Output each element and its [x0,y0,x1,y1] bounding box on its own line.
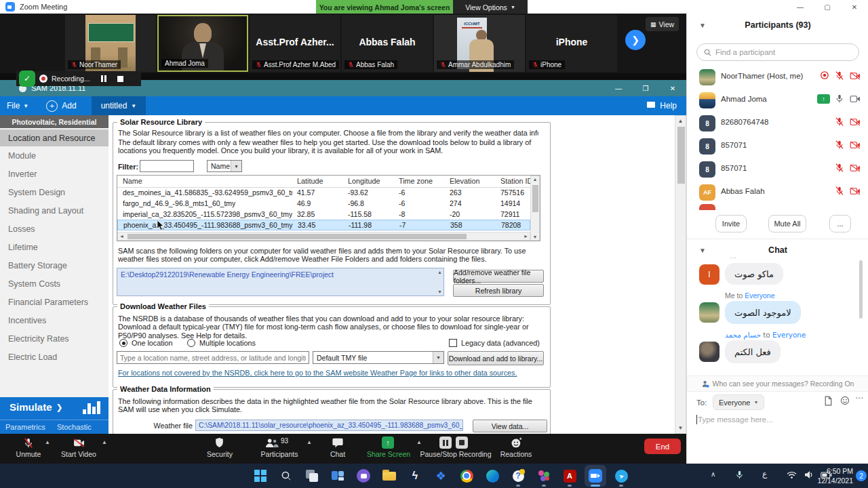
chat-scrollbar[interactable] [859,260,863,319]
edge-icon[interactable] [484,468,500,484]
help-button[interactable]: Help [647,101,677,110]
minimize-icon[interactable]: — [787,0,814,14]
sidebar-item-location-and-resource[interactable]: Location and Resource [0,129,108,146]
sam-minimize-icon[interactable]: — [605,81,632,95]
table-header-row[interactable]: Name Latitude Longitude Time zone Elevat… [117,176,540,188]
project-tab-untitled[interactable]: untitled▼ [92,96,146,115]
video-options-chevron[interactable]: ▲ [102,439,107,445]
video-tile-iphone[interactable]: iPhone iPhone [526,15,617,72]
sidebar-item-electricity-rates[interactable]: Electricity Rates [0,330,108,347]
table-row[interactable]: des_moines_ia_41.586835_-93.624959_psmv3… [117,187,530,198]
lightning-app-icon[interactable]: ϟ [407,468,423,484]
sidebar-item-module[interactable]: Module [0,147,108,164]
table-hscrollbar[interactable]: ◄ ► [117,232,530,241]
pause-recording-icon[interactable] [439,436,452,449]
file-attach-icon[interactable] [824,396,833,406]
video-off-icon[interactable] [850,187,861,195]
wifi-icon[interactable] [787,471,797,479]
telegram-icon[interactable]: ➤ [613,468,629,484]
video-on-icon[interactable] [850,95,861,103]
pause-stop-recording-button[interactable]: Pause/Stop Recording [415,434,496,464]
video-tile-abbas[interactable]: Abbas Falah Abbas Falah [342,15,433,72]
zoom-taskbar-icon[interactable] [587,468,604,484]
mute-all-button[interactable]: Mute All [768,215,806,232]
share-screen-button[interactable]: ↑ Share Screen [362,434,415,464]
colorful-app-icon[interactable] [536,468,552,484]
sidebar-item-electric-load[interactable]: Electric Load [0,348,108,365]
view-button[interactable]: ▦ View [646,17,679,31]
find-participant-search[interactable]: Find a participant [696,43,859,61]
search-icon[interactable] [278,468,294,484]
sidebar-item-incentives[interactable]: Incentives [0,312,108,329]
start-video-button[interactable]: Start Video [57,434,100,464]
pause-recording-button[interactable] [101,75,106,82]
maximize-icon[interactable]: ▢ [814,0,841,14]
recipient-select[interactable]: Everyone▼ [713,394,764,410]
video-off-icon[interactable] [850,164,861,172]
sam-close-icon[interactable]: ✕ [659,81,686,95]
video-tile-ahmad-joma[interactable]: Ahmad Joma [157,15,248,72]
mic-muted-icon[interactable] [835,117,844,127]
clock[interactable]: 6:50 PM 12/14/2021 [799,466,853,485]
chat-input[interactable]: Type message here... [696,415,773,424]
stochastic-button[interactable]: Stochastic [57,423,92,431]
end-meeting-button[interactable]: End [644,439,681,454]
table-row[interactable]: fargo_nd_46.9_-96.8_mts1_60_tmy 46.9 -96… [117,198,530,209]
mic-icon[interactable] [835,94,844,104]
chat-more-icon[interactable]: ⋯ [855,393,864,403]
add-button[interactable]: + Add [46,100,76,112]
video-off-icon[interactable] [850,72,861,80]
close-icon[interactable]: ✕ [841,0,868,14]
mic-muted-icon[interactable] [835,163,844,173]
table-row-selected[interactable]: phoenix_az_33.450495_-111.983688_psmv3_6… [117,220,530,230]
table-vscrollbar[interactable]: ▲ ▼ [530,176,540,241]
mic-muted-icon[interactable] [835,140,844,150]
video-tile-azher[interactable]: Asst.Prof Azher... Asst.Prof Azher M.Abe… [250,15,340,72]
widgets-icon[interactable] [330,468,346,484]
file-type-select[interactable]: Default TMY file▼ [313,351,444,364]
file-explorer-icon[interactable] [381,468,397,484]
mic-muted-icon[interactable] [835,70,844,81]
participants-more-button[interactable]: ... [829,215,851,232]
video-off-icon[interactable] [850,118,861,126]
participant-row-noorthamer[interactable]: NoorThamer (Host, me) [687,66,868,89]
chat-button[interactable]: Chat [321,434,354,464]
invite-button[interactable]: Invite [715,215,747,232]
sidebar-item-financial-parameters[interactable]: Financial Parameters [0,293,108,310]
dropbox-icon[interactable]: ❖ [433,468,449,484]
participant-row-82680764748[interactable]: 8 82680764748 [687,112,868,135]
participants-options-chevron[interactable]: ▲ [307,439,312,445]
filter-column-select[interactable]: Name▼ [207,160,242,172]
nsrdb-link[interactable]: For locations not covered by the NSRDB, … [118,369,538,377]
multiple-locations-radio[interactable]: Multiple locations [187,339,256,347]
tray-overflow-chevron[interactable]: ∧ [711,470,715,478]
meeting-security-shield-icon[interactable]: ✓ [19,70,35,87]
next-participants-arrow[interactable]: ❯ [625,30,646,50]
language-indicator[interactable]: ع [762,469,767,479]
sidebar-item-inverter[interactable]: Inverter [0,165,108,182]
table-row[interactable]: imperial_ca_32.835205_-115.572398_psmv3_… [117,209,530,220]
chrome-icon[interactable] [458,468,475,484]
file-menu[interactable]: File▼ [7,101,28,110]
view-options-button[interactable]: View Options ▼ [453,0,528,14]
view-data-button[interactable]: View data... [473,420,547,432]
tray-mic-icon[interactable] [735,470,744,480]
filter-input[interactable] [140,160,194,172]
sidebar-item-losses[interactable]: Losses [0,220,108,237]
acrobat-icon[interactable]: A [561,468,578,484]
scroll-up-icon[interactable]: ▲ [531,177,539,182]
emoji-icon[interactable] [840,396,850,405]
notification-badge[interactable]: 2 [856,470,867,481]
download-add-button[interactable]: Download and add to library... [448,351,544,365]
scroll-left-icon[interactable]: ◄ [119,234,124,239]
video-tile-ammar[interactable]: ICCHMT Ammar Abdulkadhim [434,15,525,72]
participant-row-857071[interactable]: 8 857071 [687,158,868,181]
sidebar-item-lifetime[interactable]: Lifetime [0,239,108,256]
start-button-icon[interactable] [252,468,269,484]
mic-muted-icon[interactable] [835,186,844,196]
participants-button[interactable]: 93 Participants [254,434,305,464]
scroll-down-icon[interactable]: ▼ [675,425,686,431]
one-location-radio[interactable]: One location [119,339,173,347]
refresh-library-button[interactable]: Refresh library [453,284,544,297]
sidebar-item-battery-storage[interactable]: Battery Storage [0,257,108,274]
